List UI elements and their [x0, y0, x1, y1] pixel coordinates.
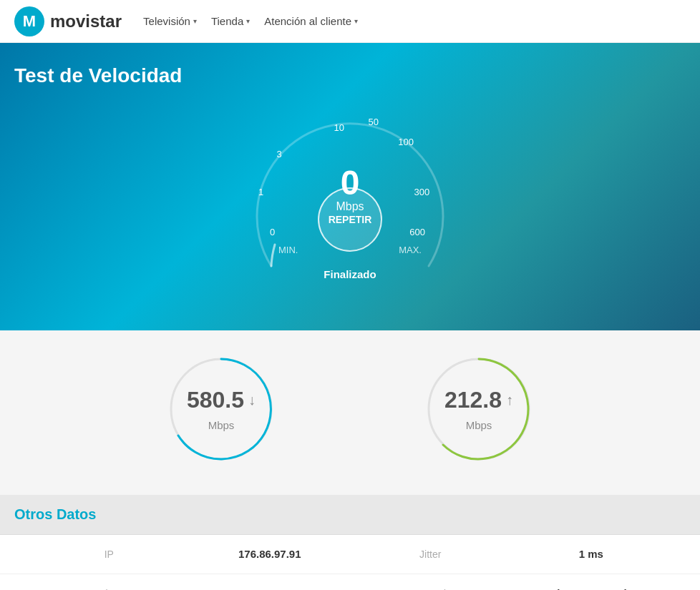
jitter-label-col: Jitter	[350, 548, 511, 561]
ip-value: 176.86.97.91	[238, 548, 301, 560]
download-arrow-icon: ↓	[248, 392, 256, 408]
ip-label-col: IP	[29, 548, 190, 561]
repeat-button[interactable]: REPETIR	[318, 187, 382, 252]
upload-result: 212.8 ↑ Mbps	[422, 352, 536, 466]
navbar: M movistar Televisión ▾ Tienda ▾ Atenció…	[0, 0, 700, 43]
download-speed-row: 580.5 ↓	[187, 387, 256, 413]
min-label: MIN.	[278, 245, 298, 255]
logo-area[interactable]: M movistar	[14, 6, 122, 36]
scale-label-3: 3	[277, 149, 282, 159]
min-max-labels: MIN. MAX.	[278, 245, 422, 255]
nav-label-tienda: Tienda	[211, 15, 243, 27]
chevron-down-icon: ▾	[246, 17, 250, 25]
chevron-down-icon: ▾	[354, 17, 358, 25]
download-result: 580.5 ↓ Mbps	[164, 352, 278, 466]
scale-label-100: 100	[398, 137, 414, 147]
hero-section: Test de Velocidad 10 50 100 300 600 3 1 …	[0, 43, 700, 330]
download-value-container: 580.5 ↓ Mbps	[187, 387, 256, 431]
navegador-value: Chrome Generic	[549, 587, 633, 590]
max-label: MAX.	[399, 245, 422, 255]
ip-label: IP	[104, 549, 114, 560]
upload-arrow-icon: ↑	[506, 392, 513, 408]
download-unit: Mbps	[208, 419, 235, 431]
scale-label-0: 0	[270, 227, 275, 237]
movistar-logo-icon: M	[14, 6, 44, 36]
nav-label-atencion: Atención al cliente	[264, 15, 351, 27]
nav-menu: Televisión ▾ Tienda ▾ Atención al client…	[143, 15, 358, 27]
navegador-value-col: Chrome Generic	[511, 587, 672, 590]
jitter-value: 1 ms	[579, 548, 603, 560]
svg-text:M: M	[23, 12, 36, 30]
scale-label-50: 50	[369, 117, 379, 127]
logo-text: movistar	[50, 11, 122, 31]
ping-value: 15 ms	[254, 587, 285, 590]
ip-value-col: 176.86.97.91	[190, 548, 351, 561]
page-title: Test de Velocidad	[0, 57, 700, 87]
nav-item-tienda[interactable]: Tienda ▾	[211, 15, 250, 27]
results-section: 580.5 ↓ Mbps 212.8 ↑ Mbps	[0, 330, 700, 495]
upload-value-container: 212.8 ↑ Mbps	[444, 387, 513, 431]
speedometer: 10 50 100 300 600 3 1 0 0 Mbps REPETIR M…	[235, 94, 465, 295]
datos-table: IP 176.86.97.91 Jitter 1 ms Ping 15 ms N…	[0, 535, 700, 590]
scale-label-300: 300	[414, 187, 430, 197]
nav-item-television[interactable]: Televisión ▾	[143, 15, 197, 27]
scale-label-600: 600	[409, 227, 425, 237]
ping-value-col: 15 ms	[190, 587, 351, 590]
scale-label-1: 1	[258, 187, 263, 197]
nav-item-atencion[interactable]: Atención al cliente ▾	[264, 15, 358, 27]
otros-datos-header: Otros Datos	[0, 495, 700, 535]
nav-label-television: Televisión	[143, 15, 190, 27]
upload-value: 212.8	[444, 387, 502, 413]
speedometer-container: 10 50 100 300 600 3 1 0 0 Mbps REPETIR M…	[0, 87, 700, 309]
status-label: Finalizado	[324, 268, 376, 280]
upload-speed-row: 212.8 ↑	[444, 387, 513, 413]
jitter-value-col: 1 ms	[511, 548, 672, 561]
datos-row-ip: IP 176.86.97.91 Jitter 1 ms	[0, 535, 700, 574]
download-circle: 580.5 ↓ Mbps	[164, 352, 278, 466]
navegador-label-col: Navegador	[350, 587, 511, 590]
upload-circle: 212.8 ↑ Mbps	[422, 352, 536, 466]
scale-label-10: 10	[334, 122, 344, 133]
otros-datos-title: Otros Datos	[14, 506, 686, 523]
chevron-down-icon: ▾	[193, 17, 197, 25]
otros-datos-section: Otros Datos IP 176.86.97.91 Jitter 1 ms …	[0, 495, 700, 590]
datos-row-ping: Ping 15 ms Navegador Chrome Generic	[0, 574, 700, 590]
jitter-label: Jitter	[419, 549, 441, 560]
upload-unit: Mbps	[466, 419, 492, 431]
download-value: 580.5	[187, 387, 244, 413]
ping-label-col: Ping	[29, 587, 190, 590]
